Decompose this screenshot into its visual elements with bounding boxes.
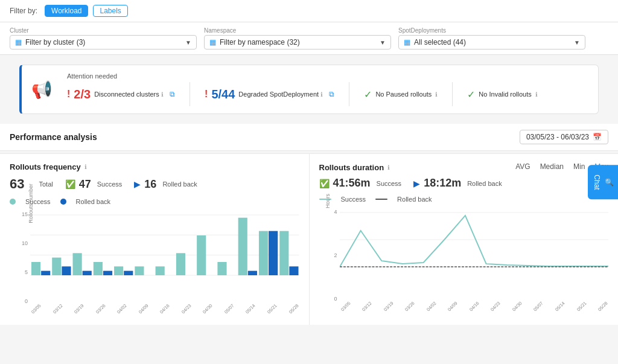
filter-by-label: Filter by: <box>10 7 37 15</box>
separator-2 <box>349 82 349 106</box>
check-green-icon-1: ✓ <box>364 89 372 100</box>
legend-duration-rolledback-label: Rolled back <box>397 196 432 203</box>
frequency-success-count: 47 <box>79 178 91 191</box>
info-icon-2: ℹ <box>320 91 323 98</box>
legend-duration-rolledback-line <box>375 199 387 200</box>
disconnected-desc: Disconnected clusters <box>94 91 159 98</box>
frequency-info-icon: ℹ <box>84 164 87 170</box>
legend-duration-success-label: Success <box>341 196 366 203</box>
spotdeployments-label: SpotDeployments <box>398 27 585 34</box>
attention-items: ! 2/3 Disconnected clusters ℹ ⧉ ! 5/44 <box>67 82 538 106</box>
disconnected-link[interactable]: ⧉ <box>170 90 175 98</box>
tab-avg[interactable]: AVG <box>515 162 530 172</box>
date-range-picker[interactable]: 03/05/23 - 06/03/23 📅 <box>520 130 608 144</box>
chat-button[interactable]: 🔍 Chat <box>588 165 618 199</box>
svg-rect-8 <box>73 253 82 275</box>
rollouts-duration-panel: Rollouts duration ℹ AVG Median Min Max ✅… <box>310 154 619 325</box>
exclaim-icon-1: ! <box>67 89 70 100</box>
legend-success-dot <box>10 199 16 205</box>
duration-title: Rollouts duration <box>319 163 384 172</box>
filters-row: Cluster ▦ Filter by cluster (3) ▼ Namesp… <box>0 22 618 55</box>
frequency-rolledback-count: 16 <box>144 178 156 191</box>
separator-3 <box>452 82 453 106</box>
cluster-filter-group: Cluster ▦ Filter by cluster (3) ▼ <box>10 27 197 49</box>
exclaim-icon-2: ! <box>205 89 208 100</box>
no-invalid-text: No Invalid rollouts <box>479 91 531 98</box>
legend-rolledback-label: Rolled back <box>76 198 110 205</box>
svg-rect-11 <box>103 271 112 275</box>
namespace-select-text: Filter by namespace (32) <box>220 38 376 46</box>
svg-rect-7 <box>62 266 71 275</box>
namespace-filter-icon: ▦ <box>209 38 216 46</box>
namespace-select[interactable]: ▦ Filter by namespace (32) ▼ <box>204 35 391 49</box>
frequency-title-row: Rollouts frequency ℹ <box>10 162 299 171</box>
duration-stats-row: ✅ 41:56m Success ▶ 18:12m Rolled back <box>319 177 609 190</box>
spotdeployments-select-text: All selected (44) <box>414 38 570 46</box>
frequency-success-icon: ✅ <box>65 179 75 189</box>
duration-chart-area: Hours 03/05 0 <box>340 206 609 314</box>
cluster-select[interactable]: ▦ Filter by cluster (3) ▼ <box>10 35 197 49</box>
disconnected-count: 2/3 <box>74 88 91 101</box>
svg-rect-19 <box>238 218 247 275</box>
duration-x-labels: 03/05 03/12 03/19 03/26 04/02 04/09 04/1… <box>340 306 609 314</box>
svg-rect-15 <box>156 266 165 275</box>
duration-success-stat: ✅ 41:56m Success <box>319 177 402 190</box>
duration-rolledback-label: Rolled back <box>467 180 502 187</box>
spotdeployments-chevron-icon: ▼ <box>574 39 580 46</box>
frequency-rolledback-stat: ▶ 16 Rolled back <box>134 178 197 191</box>
svg-rect-13 <box>124 271 133 275</box>
attention-item-clusters: ! 2/3 Disconnected clusters ℹ ⧉ <box>67 88 175 101</box>
frequency-title: Rollouts frequency <box>10 162 81 171</box>
megaphone-icon: 📢 <box>31 80 53 100</box>
attention-item-degraded: ! 5/44 Degraded SpotDeployment ℹ ⧉ <box>205 88 334 101</box>
no-paused-item: ✓ No Paused rollouts ℹ <box>364 89 438 100</box>
namespace-chevron-icon: ▼ <box>380 39 386 46</box>
svg-rect-5 <box>41 271 50 275</box>
svg-rect-10 <box>94 262 103 275</box>
rollouts-frequency-panel: Rollouts frequency ℹ 63 Total ✅ 47 Succe… <box>0 154 310 325</box>
tab-workload[interactable]: Workload <box>45 5 88 17</box>
duration-header: Rollouts duration ℹ AVG Median Min Max <box>319 162 609 172</box>
svg-rect-16 <box>176 253 185 275</box>
spot-filter-icon: ▦ <box>404 38 410 46</box>
duration-legend: Success Rolled back <box>319 196 609 203</box>
check-green-icon-2: ✓ <box>467 89 475 100</box>
attention-banner: 📢 Attention needed ! 2/3 Disconnected cl… <box>19 65 599 114</box>
duration-y-axis: 4 2 0 <box>319 206 340 314</box>
tab-labels[interactable]: Labels <box>93 5 127 17</box>
cluster-select-text: Filter by cluster (3) <box>25 38 182 46</box>
duration-success-icon: ✅ <box>319 179 330 188</box>
chat-label: Chat <box>593 174 601 190</box>
cluster-chevron-icon: ▼ <box>185 39 191 46</box>
frequency-rolledback-label: Rolled back <box>162 180 197 188</box>
calendar-icon: 📅 <box>593 133 602 141</box>
legend-rolledback-dot <box>60 199 66 205</box>
spotdeployments-filter-group: SpotDeployments ▦ All selected (44) ▼ <box>398 27 585 49</box>
frequency-stats-row: 63 Total ✅ 47 Success ▶ 16 Rolled back <box>10 176 299 192</box>
frequency-bar-chart <box>30 209 299 305</box>
separator-1 <box>190 82 190 106</box>
frequency-legend: Success Rolled back <box>10 198 299 205</box>
degraded-link[interactable]: ⧉ <box>329 90 334 98</box>
date-range-text: 03/05/23 - 06/03/23 <box>526 133 589 141</box>
svg-rect-14 <box>135 266 144 275</box>
info-icon-1: ℹ <box>161 91 164 98</box>
no-paused-text: No Paused rollouts <box>375 91 432 98</box>
duration-rolledback-icon: ▶ <box>413 179 420 188</box>
svg-rect-12 <box>114 266 123 275</box>
spotdeployments-select[interactable]: ▦ All selected (44) ▼ <box>398 35 585 49</box>
svg-rect-20 <box>248 271 257 275</box>
cluster-label: Cluster <box>10 27 197 34</box>
degraded-desc: Degraded SpotDeployment <box>238 91 319 98</box>
tab-min[interactable]: Min <box>573 162 585 172</box>
svg-rect-18 <box>217 262 226 275</box>
tab-median[interactable]: Median <box>540 162 564 172</box>
filter-bar: Filter by: Workload Labels <box>0 0 618 22</box>
duration-info-icon: ℹ <box>387 164 390 171</box>
duration-rolledback-value: 18:12m <box>424 177 461 190</box>
frequency-chart-area: Rollouts number 03/05 03/12 <box>30 209 299 316</box>
namespace-filter-group: Namespace ▦ Filter by namespace (32) ▼ <box>204 27 391 49</box>
chat-icon: 🔍 <box>605 177 613 187</box>
svg-rect-4 <box>31 262 40 275</box>
charts-area: Rollouts frequency ℹ 63 Total ✅ 47 Succe… <box>0 153 618 325</box>
